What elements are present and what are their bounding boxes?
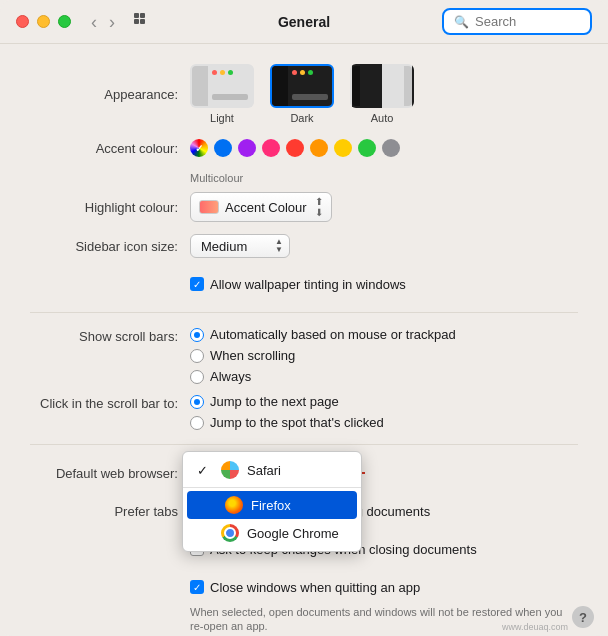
- svg-rect-2: [134, 19, 139, 24]
- scroll-bars-radio-group: Automatically based on mouse or trackpad…: [190, 327, 456, 384]
- browser-option-chrome[interactable]: Google Chrome: [183, 519, 361, 547]
- auto-thumbnail: [350, 64, 414, 108]
- sidebar-size-select[interactable]: Medium ▲ ▼: [190, 234, 290, 258]
- chrome-label: Google Chrome: [247, 526, 339, 541]
- dot-green-d: [308, 70, 313, 75]
- light-bar: [212, 94, 248, 100]
- svg-rect-3: [140, 19, 145, 24]
- multicolor-label: Multicolour: [190, 172, 578, 184]
- close-windows-label: Close windows when quitting an app: [210, 580, 420, 595]
- appearance-auto[interactable]: Auto: [350, 64, 414, 124]
- prefer-tabs-label-left: Prefer tabs: [30, 504, 190, 519]
- scroll-always-radio[interactable]: [190, 370, 204, 384]
- wallpaper-tinting-label: Allow wallpaper tinting in windows: [210, 277, 406, 292]
- scroll-auto-option[interactable]: Automatically based on mouse or trackpad: [190, 327, 456, 342]
- window: ‹ › General 🔍 Appearance:: [0, 0, 608, 636]
- auto-light-sidebar: [404, 66, 412, 106]
- highlight-arrow: ⬆⬇: [315, 196, 323, 218]
- sidebar-icon-size-row: Sidebar icon size: Medium ▲ ▼: [30, 232, 578, 260]
- close-button[interactable]: [16, 15, 29, 28]
- arrow-down[interactable]: ▼: [275, 246, 283, 254]
- appearance-row: Appearance: Light: [30, 64, 578, 124]
- traffic-lights: [16, 15, 71, 28]
- accent-blue[interactable]: [214, 139, 232, 157]
- accent-pink[interactable]: [262, 139, 280, 157]
- divider-2: [30, 444, 578, 445]
- accent-yellow[interactable]: [334, 139, 352, 157]
- dot-red-d: [292, 70, 297, 75]
- click-next-page-option[interactable]: Jump to the next page: [190, 394, 384, 409]
- dark-bar: [292, 94, 328, 100]
- light-label: Light: [210, 112, 234, 124]
- default-browser-label: Default web browser:: [30, 466, 190, 481]
- accent-red[interactable]: [286, 139, 304, 157]
- sidebar-icon-size-content: Medium ▲ ▼: [190, 234, 578, 258]
- light-thumbnail: [190, 64, 254, 108]
- scroll-scrolling-option[interactable]: When scrolling: [190, 348, 456, 363]
- browser-dropdown-popup: ✓ Safari Firefox: [182, 451, 362, 552]
- accent-colour-row: Accent colour:: [30, 134, 578, 162]
- help-button[interactable]: ?: [572, 606, 594, 628]
- scroll-auto-radio[interactable]: [190, 328, 204, 342]
- appearance-options: Light Dark: [190, 64, 578, 124]
- click-spot-option[interactable]: Jump to the spot that's clicked: [190, 415, 384, 430]
- accent-colour-label: Accent colour:: [30, 141, 190, 156]
- browser-dropdown-container: Safari ✓ Safari Firefox: [190, 459, 320, 487]
- svg-rect-0: [134, 13, 139, 18]
- browser-option-safari[interactable]: ✓ Safari: [183, 456, 361, 484]
- appearance-dark[interactable]: Dark: [270, 64, 334, 124]
- scroll-auto-label: Automatically based on mouse or trackpad: [210, 327, 456, 342]
- close-windows-row: ✓ Close windows when quitting an app: [190, 573, 578, 601]
- forward-button[interactable]: ›: [105, 11, 119, 33]
- safari-icon-option: [221, 461, 239, 479]
- chrome-icon-option: [221, 524, 239, 542]
- default-browser-content: Safari ✓ Safari Firefox: [190, 459, 578, 487]
- click-spot-radio[interactable]: [190, 416, 204, 430]
- fullscreen-button[interactable]: [58, 15, 71, 28]
- safari-checkmark: ✓: [197, 463, 213, 478]
- dot-yellow-d: [300, 70, 305, 75]
- click-scroll-bar-label: Click in the scroll bar to:: [30, 394, 190, 411]
- highlight-colour-content: Accent Colour ⬆⬇: [190, 192, 578, 222]
- search-box[interactable]: 🔍: [442, 8, 592, 35]
- highlight-swatch: [199, 200, 219, 214]
- accent-purple[interactable]: [238, 139, 256, 157]
- highlight-value: Accent Colour: [225, 200, 307, 215]
- footer: ?: [572, 606, 594, 628]
- wallpaper-tinting-checkbox[interactable]: ✓: [190, 277, 204, 291]
- dark-label: Dark: [290, 112, 313, 124]
- firefox-label: Firefox: [251, 498, 291, 513]
- search-input[interactable]: [475, 14, 580, 29]
- auto-dark-sidebar: [352, 66, 360, 106]
- highlight-colour-button[interactable]: Accent Colour ⬆⬇: [190, 192, 332, 222]
- window-title: General: [278, 14, 330, 30]
- grid-button[interactable]: [131, 10, 151, 33]
- accent-color-picker: [190, 139, 400, 157]
- dark-dots: [292, 70, 313, 75]
- click-next-page-radio[interactable]: [190, 395, 204, 409]
- appearance-light[interactable]: Light: [190, 64, 254, 124]
- scroll-always-option[interactable]: Always: [190, 369, 456, 384]
- default-browser-row: Default web browser: Safari ✓ Safari: [30, 459, 578, 487]
- scroll-always-label: Always: [210, 369, 251, 384]
- accent-multicolor[interactable]: [190, 139, 208, 157]
- accent-orange[interactable]: [310, 139, 328, 157]
- accent-green[interactable]: [358, 139, 376, 157]
- accent-graphite[interactable]: [382, 139, 400, 157]
- firefox-icon-option: [225, 496, 243, 514]
- nav-buttons: ‹ ›: [87, 10, 151, 33]
- scroll-scrolling-radio[interactable]: [190, 349, 204, 363]
- browser-option-firefox[interactable]: Firefox: [187, 491, 357, 519]
- click-scroll-radio-group: Jump to the next page Jump to the spot t…: [190, 394, 384, 430]
- click-scroll-bar-options: Jump to the next page Jump to the spot t…: [190, 394, 578, 430]
- divider-1: [30, 312, 578, 313]
- click-scroll-bar-row: Click in the scroll bar to: Jump to the …: [30, 394, 578, 430]
- minimize-button[interactable]: [37, 15, 50, 28]
- show-scroll-bars-label: Show scroll bars:: [30, 327, 190, 344]
- dot-green: [228, 70, 233, 75]
- close-windows-checkbox[interactable]: ✓: [190, 580, 204, 594]
- select-arrows[interactable]: ▲ ▼: [275, 238, 283, 254]
- back-button[interactable]: ‹: [87, 11, 101, 33]
- dot-yellow: [220, 70, 225, 75]
- dot-red: [212, 70, 217, 75]
